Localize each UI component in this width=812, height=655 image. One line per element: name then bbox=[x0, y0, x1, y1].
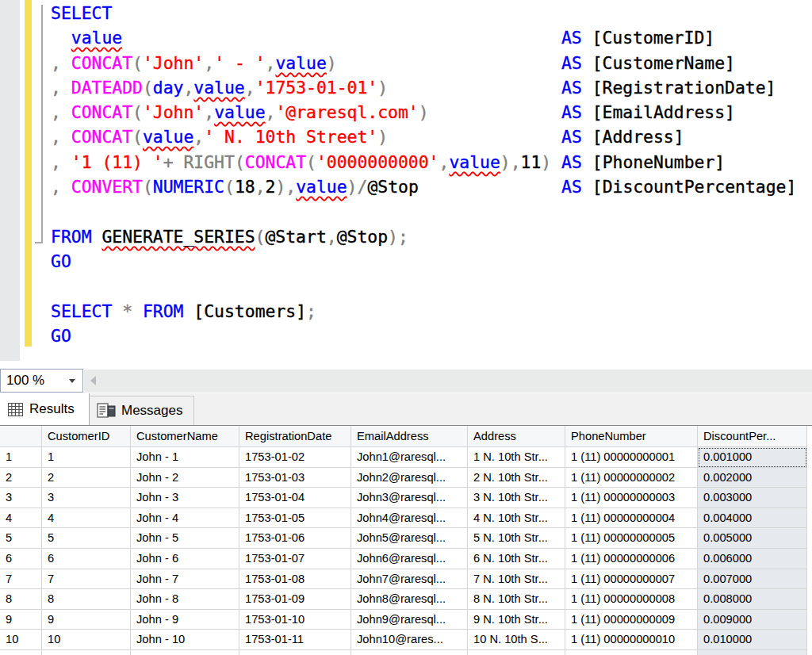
grid-cell[interactable]: 9 N. 10th Str... bbox=[468, 610, 565, 630]
row-number-cell[interactable]: 5 bbox=[0, 528, 42, 549]
grid-cell[interactable]: 0.008000 bbox=[698, 589, 807, 610]
grid-cell[interactable]: 4 bbox=[42, 508, 131, 529]
grid-cell[interactable]: 1753-01-04 bbox=[239, 488, 351, 508]
row-number-cell[interactable]: 7 bbox=[0, 569, 42, 590]
grid-cell[interactable]: 8 bbox=[42, 589, 131, 610]
sql-code-text[interactable]: SELECT value AS [CustomerID], CONCAT('Jo… bbox=[51, 1, 796, 348]
grid-cell[interactable]: John - 5 bbox=[131, 528, 239, 549]
grid-cell[interactable]: John10@rares... bbox=[351, 630, 468, 650]
grid-cell[interactable]: 6 N. 10th Str... bbox=[468, 549, 565, 569]
grid-cell[interactable]: John5@raresql... bbox=[351, 528, 468, 549]
grid-cell[interactable]: 0.001000 bbox=[698, 447, 807, 468]
grid-cell[interactable]: John - 8 bbox=[131, 589, 239, 610]
grid-cell[interactable]: 1 (11) 00000000010 bbox=[565, 630, 698, 650]
grid-cell[interactable]: John2@raresql... bbox=[351, 468, 468, 488]
column-header[interactable]: DiscountPer... bbox=[698, 426, 807, 447]
grid-cell[interactable]: 8 N. 10th Str... bbox=[468, 589, 565, 610]
row-number-cell[interactable]: 2 bbox=[0, 468, 42, 488]
grid-cell[interactable]: 1753-01-03 bbox=[239, 468, 351, 488]
grid-cell[interactable]: John7@raresql... bbox=[351, 569, 468, 590]
grid-cell[interactable]: John - 1 bbox=[131, 447, 239, 468]
grid-cell[interactable]: John - 7 bbox=[131, 569, 239, 590]
grid-cell[interactable]: 1 (11) 00000000004 bbox=[565, 508, 698, 529]
grid-cell[interactable]: 1 (11) 00000000008 bbox=[565, 589, 698, 610]
row-number-cell[interactable]: 8 bbox=[0, 589, 42, 610]
column-header[interactable]: Address bbox=[468, 426, 565, 447]
grid-cell[interactable]: 1753-01-09 bbox=[239, 589, 351, 610]
grid-cell[interactable]: 1753-01-11 bbox=[239, 630, 351, 650]
grid-cell[interactable]: 9 bbox=[42, 610, 131, 630]
grid-cell[interactable]: 1753-01-07 bbox=[239, 549, 351, 569]
grid-cell[interactable]: 1 (11) 00000000007 bbox=[565, 569, 698, 590]
grid-cell[interactable]: 0.004000 bbox=[698, 508, 807, 529]
row-number-cell[interactable]: 1 bbox=[0, 447, 42, 468]
column-header[interactable]: CustomerName bbox=[131, 426, 239, 447]
grid-cell[interactable]: John - 3 bbox=[131, 488, 239, 508]
grid-cell[interactable]: 6 bbox=[42, 549, 131, 569]
row-number-cell[interactable]: 4 bbox=[0, 508, 42, 529]
scroll-left-icon[interactable] bbox=[90, 376, 96, 385]
grid-cell[interactable]: 1 (11) 00000000005 bbox=[565, 528, 698, 549]
code-token: , bbox=[193, 127, 204, 147]
grid-cell[interactable]: 1 (11) 00000000003 bbox=[565, 488, 698, 508]
grid-cell[interactable]: 7 bbox=[42, 569, 131, 590]
zoom-level-dropdown[interactable]: 100 % bbox=[0, 369, 83, 393]
grid-cell[interactable]: John - 10 bbox=[131, 630, 239, 650]
code-token: CONVERT bbox=[71, 177, 143, 197]
grid-cell[interactable]: 1 (11) 00000000006 bbox=[565, 549, 698, 569]
grid-cell[interactable]: 0.002000 bbox=[698, 468, 807, 488]
grid-cell[interactable]: John - 9 bbox=[131, 610, 239, 630]
results-grid[interactable]: CustomerIDCustomerNameRegistrationDateEm… bbox=[0, 426, 812, 655]
grid-cell[interactable]: John - 4 bbox=[131, 508, 239, 529]
grid-cell[interactable]: John1@raresql... bbox=[351, 447, 468, 468]
column-header[interactable]: EmailAddress bbox=[351, 426, 468, 447]
grid-cell[interactable]: 4 N. 10th Str... bbox=[468, 508, 565, 529]
grid-cell[interactable]: 1753-01-05 bbox=[239, 508, 351, 529]
grid-cell[interactable]: John - 2 bbox=[131, 468, 239, 488]
horizontal-scrollbar[interactable] bbox=[84, 370, 812, 393]
grid-cell-partial bbox=[807, 650, 812, 655]
column-header[interactable]: CustomerID bbox=[42, 426, 131, 447]
row-number-cell[interactable]: 10 bbox=[0, 630, 42, 650]
column-header[interactable]: PhoneNumber bbox=[565, 426, 698, 447]
tab-messages[interactable]: Messages bbox=[90, 396, 194, 425]
row-number-cell[interactable]: 6 bbox=[0, 549, 42, 569]
grid-cell[interactable]: 0.009000 bbox=[698, 610, 807, 630]
grid-cell[interactable]: 0.005000 bbox=[698, 528, 807, 549]
column-header[interactable]: RegistrationDate bbox=[239, 426, 351, 447]
grid-cell[interactable]: John3@raresql... bbox=[351, 488, 468, 508]
grid-cell[interactable]: 10 N. 10th S... bbox=[468, 630, 565, 650]
grid-cell[interactable]: 3 N. 10th Str... bbox=[468, 488, 565, 508]
grid-cell[interactable]: 0.006000 bbox=[698, 549, 807, 569]
grid-cell[interactable]: 1 N. 10th Str... bbox=[468, 447, 565, 468]
grid-cell[interactable]: John8@raresql... bbox=[351, 589, 468, 610]
grid-cell[interactable]: John - 6 bbox=[131, 549, 239, 569]
grid-cell[interactable]: 1 (11) 00000000009 bbox=[565, 610, 698, 630]
grid-cell[interactable]: John4@raresql... bbox=[351, 508, 468, 529]
grid-cell[interactable]: 1753-01-10 bbox=[239, 610, 351, 630]
code-token: , bbox=[255, 177, 266, 197]
grid-cell[interactable]: 5 bbox=[42, 528, 131, 549]
grid-cell[interactable]: 1 bbox=[42, 447, 131, 468]
grid-cell[interactable]: 5 N. 10th Str... bbox=[468, 528, 565, 549]
grid-cell[interactable]: 7 N. 10th Str... bbox=[468, 569, 565, 590]
row-number-cell[interactable]: 3 bbox=[0, 488, 42, 508]
grid-cell[interactable]: 1753-01-08 bbox=[239, 569, 351, 590]
grid-cell[interactable]: John9@raresql... bbox=[351, 610, 468, 630]
grid-cell[interactable]: 1 (11) 00000000002 bbox=[565, 468, 698, 488]
grid-cell[interactable]: 0.007000 bbox=[698, 569, 807, 590]
grid-cell[interactable]: 1753-01-02 bbox=[239, 447, 351, 468]
grid-cell[interactable]: John6@raresql... bbox=[351, 549, 468, 569]
grid-cell[interactable]: 1753-01-06 bbox=[239, 528, 351, 549]
grid-cell[interactable]: 10 bbox=[42, 630, 131, 650]
grid-cell[interactable]: 2 N. 10th Str... bbox=[468, 468, 565, 488]
sql-editor[interactable]: SELECT value AS [CustomerID], CONCAT('Jo… bbox=[0, 0, 812, 361]
grid-cell[interactable]: 0.003000 bbox=[698, 488, 807, 508]
grid-cell[interactable]: 1 (11) 00000000001 bbox=[565, 447, 698, 468]
grid-cell[interactable]: 3 bbox=[42, 488, 131, 508]
row-number-header[interactable] bbox=[0, 426, 42, 447]
tab-results[interactable]: Results bbox=[0, 393, 90, 425]
grid-cell[interactable]: 2 bbox=[42, 468, 131, 488]
row-number-cell[interactable]: 9 bbox=[0, 610, 42, 630]
grid-cell[interactable]: 0.010000 bbox=[698, 630, 807, 650]
